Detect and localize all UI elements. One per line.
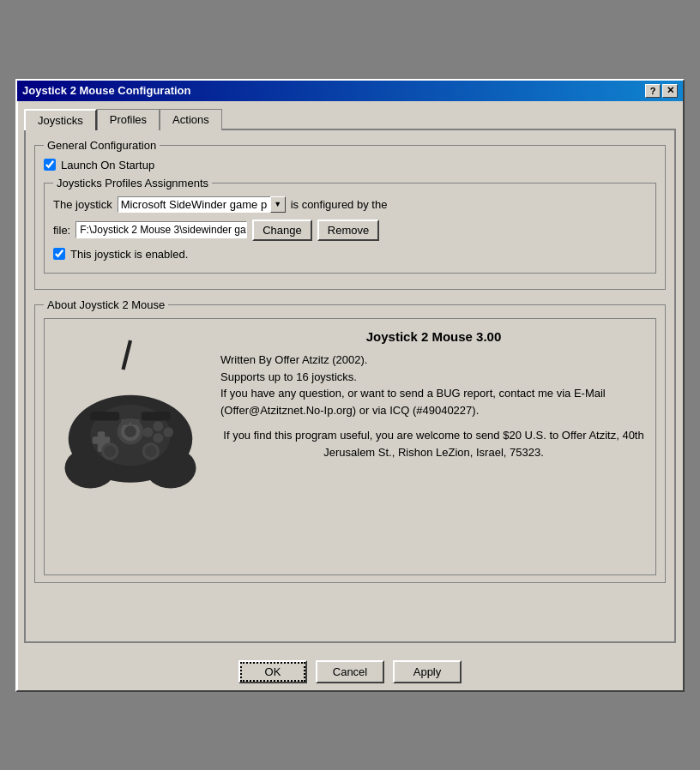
general-config-legend: General Configuration	[44, 139, 160, 152]
tab-actions[interactable]: Actions	[160, 109, 222, 130]
joystick-enabled-label: This joystick is enabled.	[70, 248, 188, 261]
about-line1: Written By Offer Atzitz (2002).	[220, 353, 367, 366]
change-button[interactable]: Change	[252, 220, 312, 241]
joystick-select-wrapper: Microsoft SideWinder game p ▼	[118, 196, 286, 213]
ok-button[interactable]: OK	[238, 660, 307, 683]
title-bar-buttons: ? ✕	[645, 84, 678, 98]
about-content: Joystick 2 Mouse 3.00 Written By Offer A…	[44, 318, 656, 575]
joystick-prefix-label: The joystick	[53, 198, 112, 211]
about-line3: If you have any question, or want to sen…	[220, 387, 606, 417]
main-window: Joystick 2 Mouse Configuration ? ✕ Joyst…	[15, 79, 685, 692]
about-title: Joystick 2 Mouse 3.00	[220, 328, 647, 347]
joystick-enabled-checkbox[interactable]	[53, 248, 65, 260]
joystick-select-row: The joystick Microsoft SideWinder game p…	[53, 196, 647, 213]
svg-point-18	[104, 445, 116, 457]
title-bar: Joystick 2 Mouse Configuration ? ✕	[17, 81, 683, 101]
about-group: About Joystick 2 Mouse	[34, 298, 666, 583]
joystick-profiles-group: Joysticks Profiles Assignments The joyst…	[44, 177, 656, 274]
svg-point-11	[153, 432, 163, 442]
cancel-button[interactable]: Cancel	[316, 660, 384, 683]
tab-profiles[interactable]: Profiles	[97, 109, 160, 130]
about-donate: If you find this program useful, you are…	[220, 427, 647, 460]
about-body: Written By Offer Atzitz (2002). Supports…	[220, 352, 647, 418]
file-row: file: F:\Joystick 2 Mouse 3\sidewinder g…	[53, 220, 647, 241]
gamepad-svg	[57, 328, 203, 499]
launch-startup-row: Launch On Startup	[44, 159, 656, 171]
svg-point-9	[153, 421, 163, 431]
svg-rect-16	[142, 412, 171, 420]
svg-point-8	[124, 425, 136, 437]
joystick-profiles-legend: Joysticks Profiles Assignments	[53, 177, 212, 189]
tab-joysticks[interactable]: Joysticks	[24, 109, 97, 130]
tab-bar: Joysticks Profiles Actions	[24, 108, 676, 129]
joystick-enabled-row: This joystick is enabled.	[53, 248, 647, 261]
svg-rect-15	[90, 412, 119, 420]
svg-point-20	[145, 445, 157, 457]
about-line2: Supports up to 16 joysticks.	[220, 370, 357, 383]
svg-rect-14	[131, 418, 140, 424]
tab-actions-label: Actions	[172, 113, 209, 126]
file-path-display: F:\Joystick 2 Mouse 3\sidewinder gamepa	[75, 221, 247, 238]
help-button[interactable]: ?	[645, 84, 661, 98]
window-content: Joysticks Profiles Actions General Confi…	[17, 101, 683, 650]
svg-rect-5	[93, 436, 110, 444]
apply-button[interactable]: Apply	[393, 660, 462, 683]
gamepad-image	[53, 328, 208, 499]
tab-panel-joysticks: General Configuration Launch On Startup …	[24, 129, 676, 643]
close-button[interactable]: ✕	[662, 84, 678, 98]
launch-startup-label: Launch On Startup	[61, 159, 154, 171]
svg-rect-13	[121, 418, 130, 424]
bottom-buttons-bar: OK Cancel Apply	[17, 650, 683, 690]
joystick-suffix-label: is configured by the	[291, 198, 388, 211]
svg-point-12	[142, 427, 153, 437]
tab-profiles-label: Profiles	[110, 113, 147, 126]
tab-joysticks-label: Joysticks	[38, 114, 83, 127]
joystick-select[interactable]: Microsoft SideWinder game p	[118, 196, 286, 213]
launch-startup-checkbox[interactable]	[44, 159, 56, 171]
remove-button[interactable]: Remove	[317, 220, 379, 241]
about-legend: About Joystick 2 Mouse	[44, 298, 168, 311]
about-text-container: Joystick 2 Mouse 3.00 Written By Offer A…	[220, 328, 647, 461]
svg-point-10	[163, 427, 173, 437]
general-config-group: General Configuration Launch On Startup …	[34, 139, 666, 290]
file-label: file:	[53, 224, 70, 237]
window-title: Joystick 2 Mouse Configuration	[22, 84, 190, 97]
